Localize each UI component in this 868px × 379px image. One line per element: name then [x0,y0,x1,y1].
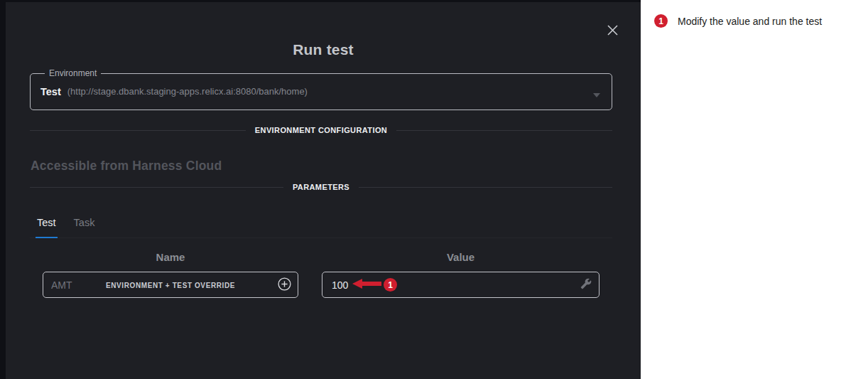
parameter-value-input[interactable] [322,272,351,297]
add-override-button[interactable] [277,278,291,292]
parameters-tabbar: Test Task [30,210,612,238]
parameters-divider: PARAMETERS [30,182,612,192]
close-button[interactable] [602,21,622,41]
add-icon [278,277,291,293]
divider-line [359,187,612,188]
annotation-text: Modify the value and run the test [678,16,822,27]
column-header-value: Value [322,251,600,263]
close-icon [607,24,619,38]
annotation-number-badge: 1 [654,14,668,28]
tab-test[interactable]: Test [36,217,58,238]
chevron-down-icon [593,93,600,97]
environment-select-label: Environment [45,69,101,78]
harness-cloud-access-note: Accessible from Harness Cloud [31,159,222,174]
divider-line [30,130,246,131]
override-badge: ENVIRONMENT + TEST OVERRIDE [106,281,235,289]
expression-builder-button[interactable] [580,279,592,292]
divider-line [30,187,283,188]
annotation-arrow-icon [352,278,381,292]
environment-url: (http://stage.dbank.staging-apps.relicx.… [67,86,308,97]
parameters-heading: PARAMETERS [293,183,349,191]
annotation-step-badge: 1 [384,278,397,292]
run-test-dialog: Run test Environment Test (http://stage.… [6,2,641,379]
annotation-item: 1 Modify the value and run the test [654,14,822,28]
parameter-name-field[interactable]: ENVIRONMENT + TEST OVERRIDE [43,272,298,298]
environment-configuration-heading: ENVIRONMENT CONFIGURATION [255,126,387,134]
environment-select[interactable]: Environment Test (http://stage.dbank.sta… [30,69,612,110]
tab-task[interactable]: Task [72,217,97,238]
annotation-side-panel: 1 Modify the value and run the test [641,0,868,379]
environment-name: Test [40,86,61,97]
screenshot-stage: Run test Environment Test (http://stage.… [0,0,868,379]
column-header-name: Name [43,251,298,263]
environment-selected-option: Test (http://stage.dbank.staging-apps.re… [40,86,308,97]
environment-configuration-divider: ENVIRONMENT CONFIGURATION [30,125,612,135]
dialog-title: Run test [6,41,641,58]
parameter-value-field[interactable]: 1 [322,272,600,298]
wrench-icon [580,278,592,292]
divider-line [396,130,612,131]
